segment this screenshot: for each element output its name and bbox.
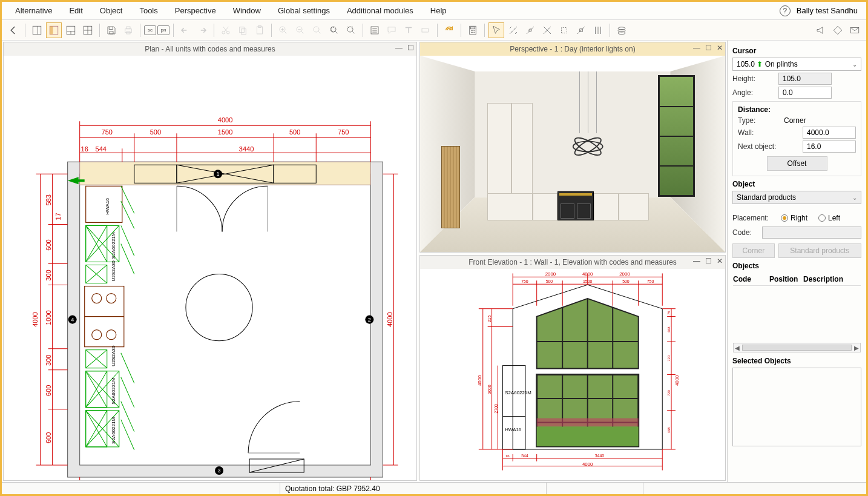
menu-help[interactable]: Help bbox=[422, 6, 455, 15]
snap-3-icon[interactable] bbox=[539, 22, 555, 38]
svg-text:S2A60221M: S2A60221M bbox=[111, 232, 116, 259]
corner-button[interactable]: Corner bbox=[732, 243, 775, 258]
col-position[interactable]: Position bbox=[769, 275, 803, 283]
close-icon[interactable]: ✕ bbox=[717, 44, 723, 52]
svg-text:3440: 3440 bbox=[239, 145, 254, 153]
view-4-icon[interactable] bbox=[80, 22, 96, 38]
back-icon[interactable] bbox=[5, 22, 21, 38]
next-object-input[interactable] bbox=[803, 141, 856, 153]
offset-button[interactable]: Offset bbox=[767, 156, 827, 171]
perspective-panel-title[interactable]: Perspective - 1 : Day (interior lights o… bbox=[420, 42, 725, 56]
print-icon[interactable] bbox=[120, 22, 136, 38]
maximize-icon[interactable]: ☐ bbox=[705, 257, 712, 265]
menu-global-settings[interactable]: Global settings bbox=[269, 6, 338, 15]
svg-rect-155 bbox=[537, 427, 639, 447]
svg-text:750: 750 bbox=[338, 128, 349, 136]
svg-text:300: 300 bbox=[45, 269, 52, 280]
menu-alternative[interactable]: Alternative bbox=[7, 6, 61, 15]
zoom-area-icon[interactable] bbox=[326, 22, 342, 38]
perspective-viewport[interactable] bbox=[420, 56, 725, 252]
view-3-icon[interactable] bbox=[63, 22, 79, 38]
menu-perspective[interactable]: Perspective bbox=[166, 6, 225, 15]
close-icon[interactable]: ✕ bbox=[717, 257, 723, 265]
snap-1-icon[interactable] bbox=[505, 22, 521, 38]
plan-panel-title[interactable]: Plan - All units with codes and measures… bbox=[4, 42, 416, 56]
type-label: Type: bbox=[738, 116, 780, 125]
menu-tools[interactable]: Tools bbox=[131, 6, 166, 15]
door-3d bbox=[441, 146, 459, 228]
svg-text:16: 16 bbox=[81, 145, 88, 153]
mail-icon[interactable] bbox=[847, 22, 863, 38]
col-code[interactable]: Code bbox=[733, 275, 769, 283]
view-2-icon[interactable] bbox=[46, 22, 62, 38]
menu-edit[interactable]: Edit bbox=[61, 6, 91, 15]
save-icon[interactable] bbox=[104, 22, 119, 38]
snap-6-icon[interactable] bbox=[590, 22, 606, 38]
code-input[interactable] bbox=[762, 227, 861, 239]
zoom-in-icon[interactable] bbox=[275, 22, 291, 38]
maximize-icon[interactable]: ☐ bbox=[705, 44, 712, 52]
elevation-title-text: Front Elevation - 1 : Wall - 1, Elevatio… bbox=[469, 258, 677, 266]
svg-rect-23 bbox=[470, 27, 475, 28]
maximize-icon[interactable]: ☐ bbox=[407, 44, 414, 52]
list-icon[interactable] bbox=[367, 22, 383, 38]
cursor-height-select[interactable]: 105.0 ⬆ On plinths ⌄ bbox=[732, 58, 861, 71]
menu-window[interactable]: Window bbox=[225, 6, 269, 15]
angle-input[interactable] bbox=[778, 87, 832, 99]
snap-2-icon[interactable] bbox=[522, 22, 538, 38]
layers-icon[interactable] bbox=[614, 22, 630, 38]
calculator-icon[interactable] bbox=[465, 22, 481, 38]
objects-table: Code Position Description ◀▶ bbox=[732, 273, 861, 353]
plan-viewport[interactable]: 1 HWA16 S2A60221M U2S2A3 bbox=[4, 56, 416, 480]
objects-table-body[interactable] bbox=[733, 286, 861, 340]
svg-point-141 bbox=[573, 141, 603, 151]
cut-icon[interactable] bbox=[218, 22, 234, 38]
snap-4-icon[interactable] bbox=[556, 22, 572, 38]
svg-point-24 bbox=[471, 30, 472, 31]
paste-icon[interactable] bbox=[252, 22, 268, 38]
zoom-extents-icon[interactable] bbox=[343, 22, 359, 38]
selected-objects-box[interactable] bbox=[732, 368, 861, 446]
svg-text:2700: 2700 bbox=[494, 404, 498, 414]
refresh-icon[interactable] bbox=[441, 22, 457, 38]
note-icon[interactable] bbox=[384, 22, 399, 38]
svg-rect-2 bbox=[50, 26, 53, 35]
svg-text:U2S2A30: U2S2A30 bbox=[111, 345, 116, 366]
placement-left-label: Left bbox=[828, 214, 840, 222]
placement-right-radio[interactable] bbox=[781, 214, 788, 222]
text-icon[interactable] bbox=[401, 22, 416, 38]
minimize-icon[interactable]: — bbox=[395, 44, 403, 52]
elevation-panel: Front Elevation - 1 : Wall - 1, Elevatio… bbox=[419, 255, 726, 481]
svg-rect-5 bbox=[125, 28, 132, 32]
sc-tag-icon[interactable]: sc bbox=[144, 25, 156, 35]
view-1-icon[interactable] bbox=[29, 22, 45, 38]
undo-icon[interactable] bbox=[177, 22, 193, 38]
cursor-icon[interactable] bbox=[488, 22, 504, 38]
label-icon[interactable] bbox=[418, 22, 433, 38]
objects-hscrollbar[interactable]: ◀▶ bbox=[733, 343, 861, 352]
announce-icon[interactable] bbox=[813, 22, 829, 38]
menu-additional-modules[interactable]: Additional modules bbox=[338, 6, 422, 15]
redo-icon[interactable] bbox=[194, 22, 210, 38]
snap-5-icon[interactable] bbox=[573, 22, 589, 38]
elevation-viewport[interactable]: S2A60221M HWA16 2000 2000 4 bbox=[420, 269, 725, 480]
placement-left-radio[interactable] bbox=[818, 214, 826, 222]
object-select[interactable]: Standard products⌄ bbox=[732, 191, 861, 204]
wall-input[interactable] bbox=[803, 127, 856, 139]
pn-tag-icon[interactable]: pn bbox=[157, 25, 169, 35]
object-heading: Object bbox=[732, 180, 861, 188]
height-input[interactable] bbox=[778, 73, 832, 85]
zoom-out-icon[interactable] bbox=[292, 22, 308, 38]
help-icon[interactable]: ? bbox=[780, 5, 791, 16]
minimize-icon[interactable]: — bbox=[693, 257, 700, 265]
tag-icon[interactable] bbox=[830, 22, 846, 38]
elevation-panel-title[interactable]: Front Elevation - 1 : Wall - 1, Elevatio… bbox=[420, 256, 725, 269]
svg-text:75: 75 bbox=[667, 311, 671, 315]
standard-products-button[interactable]: Standard products bbox=[778, 243, 861, 258]
minimize-icon[interactable]: — bbox=[693, 44, 700, 52]
zoom-fit-icon[interactable] bbox=[309, 22, 325, 38]
col-description[interactable]: Description bbox=[803, 275, 843, 283]
menu-object[interactable]: Object bbox=[91, 6, 131, 15]
copy-icon[interactable] bbox=[235, 22, 251, 38]
status-bar: Quotation total: GBP 7952.40 bbox=[2, 482, 866, 494]
